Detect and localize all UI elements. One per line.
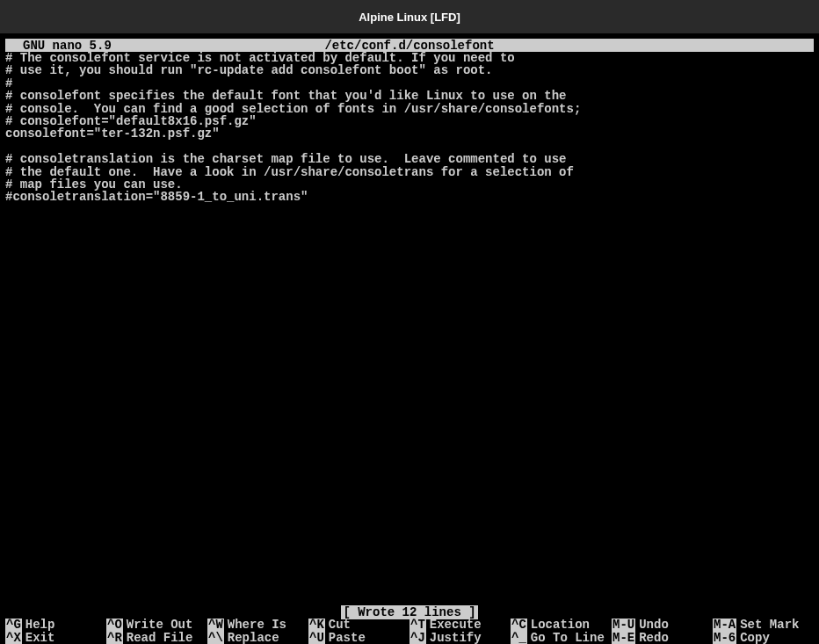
shortcut-key: ^W <box>207 619 224 631</box>
shortcut-label: Copy <box>740 632 770 644</box>
editor-content[interactable]: # The consolefont service is not activat… <box>0 52 819 605</box>
shortcut-label: Go To Line <box>531 632 605 644</box>
shortcut-label: Redo <box>639 632 669 644</box>
shortcut-label: Set Mark <box>740 619 799 631</box>
shortcut-label: Exit <box>25 632 55 644</box>
shortcut-label: Undo <box>639 619 669 631</box>
shortcut-label: Replace <box>228 632 279 644</box>
shortcut-key: ^C <box>511 619 527 631</box>
shortcut-key: ^R <box>106 632 123 644</box>
shortcut-key: ^X <box>5 632 22 644</box>
shortcut-justify[interactable]: ^J Justify <box>410 632 511 644</box>
shortcut-key: ^U <box>308 632 325 644</box>
shortcut-setmark[interactable]: M-A Set Mark <box>713 619 814 631</box>
shortcut-label: Read File <box>127 632 193 644</box>
shortcut-undo[interactable]: M-U Undo <box>612 619 713 631</box>
shortcut-location[interactable]: ^C Location <box>511 619 612 631</box>
shortcut-key: ^K <box>308 619 325 631</box>
shortcut-writeout[interactable]: ^O Write Out <box>106 619 207 631</box>
nano-header: GNU nano 5.9 /etc/conf.d/consolefont <box>5 39 814 52</box>
shortcut-key: ^\ <box>207 632 224 644</box>
shortcut-redo[interactable]: M-E Redo <box>612 632 713 644</box>
terminal: GNU nano 5.9 /etc/conf.d/consolefont # T… <box>0 33 819 644</box>
shortcut-paste[interactable]: ^U Paste <box>308 632 410 644</box>
shortcut-key: M-E <box>612 632 635 644</box>
shortcut-key: M-A <box>713 619 736 631</box>
shortcut-label: Paste <box>329 632 366 644</box>
shortcut-key: ^O <box>106 619 123 631</box>
shortcut-exit[interactable]: ^X Exit <box>5 632 106 644</box>
shortcut-label: Location <box>531 619 590 631</box>
shortcut-help[interactable]: ^G Help <box>5 619 106 631</box>
shortcut-key: ^G <box>5 619 22 631</box>
nano-filepath: /etc/conf.d/consolefont <box>324 39 494 53</box>
shortcut-key: M-U <box>612 619 635 631</box>
shortcuts-bar: ^G Help ^O Write Out ^W Where Is ^K Cut … <box>0 619 819 644</box>
shortcut-label: Help <box>25 619 55 631</box>
shortcut-key: ^_ <box>511 632 527 644</box>
nano-version: GNU nano 5.9 <box>23 39 112 53</box>
window-title-bar: Alpine Linux [LFD] <box>0 0 819 33</box>
shortcut-copy[interactable]: M-6 Copy <box>713 632 814 644</box>
shortcut-execute[interactable]: ^T Execute <box>410 619 511 631</box>
shortcut-cut[interactable]: ^K Cut <box>308 619 410 631</box>
shortcut-label: Where Is <box>228 619 286 631</box>
shortcut-replace[interactable]: ^\ Replace <box>207 632 308 644</box>
shortcut-key: ^J <box>410 632 426 644</box>
shortcut-key: ^T <box>410 619 426 631</box>
shortcut-readfile[interactable]: ^R Read File <box>106 632 207 644</box>
shortcut-label: Execute <box>430 619 482 631</box>
shortcut-label: Cut <box>329 619 351 631</box>
window-title: Alpine Linux [LFD] <box>359 11 460 24</box>
shortcut-key: M-6 <box>713 632 736 644</box>
status-line: [ Wrote 12 lines ] <box>5 605 814 619</box>
shortcut-label: Justify <box>430 632 482 644</box>
shortcut-whereis[interactable]: ^W Where Is <box>207 619 308 631</box>
shortcut-label: Write Out <box>127 619 193 631</box>
shortcut-gotoline[interactable]: ^_ Go To Line <box>511 632 612 644</box>
